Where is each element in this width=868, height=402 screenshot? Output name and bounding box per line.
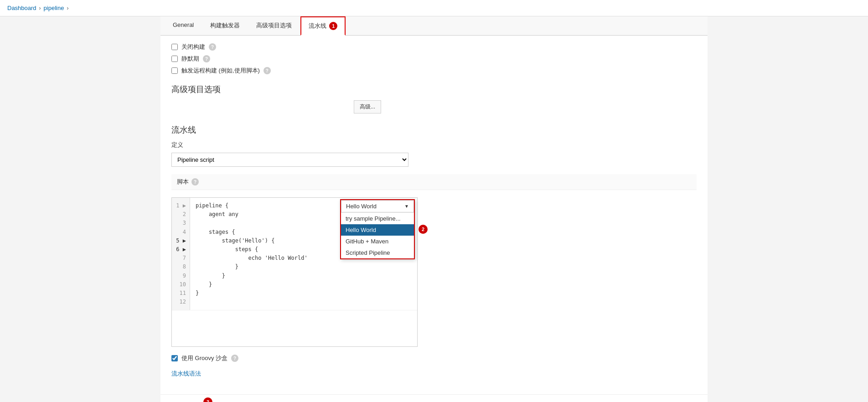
- help-script-icon[interactable]: ?: [191, 178, 199, 186]
- tab-pipeline-badge: 1: [329, 22, 337, 30]
- tab-pipeline[interactable]: 流水线 1: [300, 16, 346, 36]
- sample-pipeline-dropdown: Hello World ▼ try sample Pipeline... Hel…: [340, 199, 415, 259]
- script-header: 脚本 ?: [171, 174, 697, 190]
- sample-dropdown-value: Hello World: [346, 203, 377, 210]
- breadcrumb: Dashboard › pipeline ›: [0, 0, 868, 16]
- code-area-empty: [172, 310, 417, 346]
- breadcrumb-sep2: ›: [67, 5, 68, 11]
- checkbox-trigger-remote: 触发远程构建 (例如,使用脚本) ?: [171, 67, 697, 75]
- dropdown-badge-2: 2: [418, 225, 428, 234]
- dropdown-option-try-sample[interactable]: try sample Pipeline...: [341, 213, 414, 224]
- checkbox-trigger-remote-label: 触发远程构建 (例如,使用脚本): [181, 67, 260, 75]
- definition-select[interactable]: Pipeline script Pipeline script from SCM: [171, 153, 408, 167]
- checkbox-disable-build-input[interactable]: [171, 44, 178, 50]
- groovy-sandbox-checkbox[interactable]: [171, 355, 178, 361]
- help-quiet-period-icon[interactable]: ?: [203, 55, 210, 62]
- checkbox-quiet-period-input[interactable]: [171, 56, 178, 62]
- sample-pipeline-dropdown-wrapper: Hello World ▼ try sample Pipeline... Hel…: [340, 199, 415, 259]
- dropdown-option-scripted[interactable]: Scripted Pipeline: [341, 247, 414, 258]
- checkbox-disable-build-label: 关闭构建: [181, 43, 205, 51]
- main-container: General 构建触发器 高级项目选项 流水线 1 关闭构建 ? 静默期 ?: [0, 16, 868, 402]
- tab-advanced-options[interactable]: 高级项目选项: [248, 16, 300, 36]
- dropdown-arrow-icon: ▼: [404, 204, 409, 209]
- dropdown-options: try sample Pipeline... Hello World GitHu…: [341, 212, 414, 258]
- sample-dropdown-trigger[interactable]: Hello World ▼: [341, 200, 414, 212]
- breadcrumb-dashboard[interactable]: Dashboard: [7, 5, 36, 11]
- button-row: 保存 3 应用: [160, 394, 708, 402]
- help-disable-build-icon[interactable]: ?: [209, 43, 216, 51]
- help-trigger-remote-icon[interactable]: ?: [264, 67, 271, 74]
- tab-content: 关闭构建 ? 静默期 ? 触发远程构建 (例如,使用脚本) ? 高级项目选项 高…: [160, 36, 708, 385]
- checkbox-quiet-period-label: 静默期: [181, 55, 199, 63]
- save-badge: 3: [203, 397, 212, 402]
- advanced-section-title: 高级项目选项: [171, 84, 697, 95]
- checkbox-quiet-period: 静默期 ?: [171, 55, 697, 63]
- dropdown-option-hello-world[interactable]: Hello World: [341, 224, 414, 236]
- content-panel: General 构建触发器 高级项目选项 流水线 1 关闭构建 ? 静默期 ?: [160, 16, 708, 402]
- help-groovy-icon[interactable]: ?: [231, 355, 238, 362]
- breadcrumb-pipeline[interactable]: pipeline: [44, 5, 64, 11]
- breadcrumb-sep1: ›: [39, 5, 41, 11]
- script-label: 脚本: [177, 178, 189, 186]
- pipeline-section-title: 流水线: [171, 124, 697, 135]
- definition-label: 定义: [171, 141, 697, 149]
- groovy-sandbox-section: 使用 Groovy 沙盒 ?: [171, 354, 697, 362]
- groovy-sandbox-label: 使用 Groovy 沙盒: [181, 354, 227, 362]
- checkbox-trigger-remote-input[interactable]: [171, 67, 178, 74]
- tab-bar: General 构建触发器 高级项目选项 流水线 1: [160, 16, 708, 36]
- dropdown-option-github-maven[interactable]: GitHub + Maven: [341, 236, 414, 247]
- line-numbers: 1 ▶ 2 3 4 5 ▶ 6 ▶ 7 8 9 10 11: [172, 198, 190, 310]
- tab-build-triggers[interactable]: 构建触发器: [202, 16, 248, 36]
- advanced-button[interactable]: 高级...: [354, 100, 381, 113]
- tab-general[interactable]: General: [165, 16, 202, 36]
- checkbox-disable-build: 关闭构建 ?: [171, 43, 697, 51]
- pipeline-syntax-link[interactable]: 流水线语法: [171, 370, 697, 378]
